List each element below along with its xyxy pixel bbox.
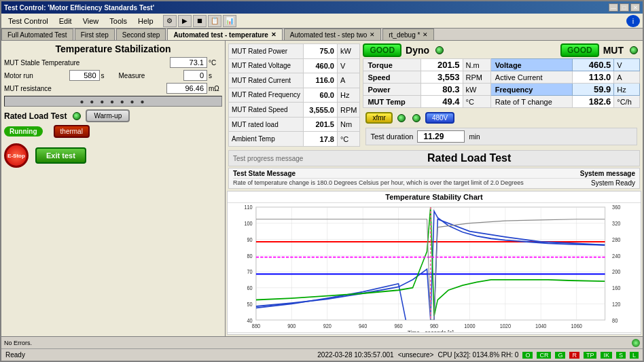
state-content: Rate of temperature change is 180.0 Degr… (233, 179, 635, 187)
param-row-4: MUT Rated Speed 3,555.0 RPM (229, 103, 360, 117)
params-area: MUT Rated Power 75.0 kW MUT Rated Voltag… (226, 41, 643, 149)
resistance-row: MUT resistance mΩ (4, 83, 222, 94)
param-row-1: MUT Rated Voltage 460.0 V (229, 58, 360, 73)
dyno-mut-area: GOOD Dyno GOOD MUT Torque 201.5 (363, 43, 640, 147)
param-row-0: MUT Rated Power 75.0 kW (229, 44, 360, 59)
motor-run-input[interactable] (69, 70, 100, 81)
stable-temp-input[interactable] (170, 57, 207, 68)
svg-text:880: 880 (252, 323, 261, 330)
menu-tools[interactable]: Tools (105, 16, 131, 26)
tab-rt-debug[interactable]: rt_debug * ✕ (382, 29, 434, 40)
menu-help[interactable]: Help (134, 16, 158, 26)
svg-text:320: 320 (612, 221, 621, 228)
exit-button[interactable]: Exit test (35, 147, 86, 164)
v480-button[interactable]: 480V (425, 112, 454, 124)
progress-label: Test progress message (233, 155, 303, 162)
menu-view[interactable]: View (79, 16, 103, 26)
tab-full-automated[interactable]: Full Automated Test (1, 29, 73, 40)
legend-upper-boundary: Upper temp boundary (273, 334, 348, 335)
title-bar: Test Control: 'Motor Efficiency Standard… (1, 1, 643, 14)
progress-dots: ● ● ● ● ● ● ● (80, 98, 147, 105)
menu-edit[interactable]: Edit (55, 16, 76, 26)
legend-rate-change: Rate of temperature change (433, 334, 525, 335)
motor-run-row: Motor run s Measure s (4, 70, 222, 81)
state-header: Test State Message System message (233, 170, 635, 179)
legend-lower-boundary: Lower temp boundary (353, 334, 428, 335)
no-errors-bar: No Errors. (1, 336, 643, 348)
svg-text:240: 240 (612, 253, 621, 259)
system-text: System Ready (591, 179, 635, 187)
rated-load-label: Rated Load Test (4, 111, 67, 121)
speed-row: Speed 3,553 RPM Active Current 113.0 A (363, 71, 640, 84)
running-row: Running thermal (4, 125, 222, 138)
toolbar-icon-3[interactable]: ⏹ (193, 15, 207, 27)
tab-close-icon[interactable]: ✕ (271, 31, 276, 38)
status-cr: CR (537, 352, 551, 359)
svg-text:900: 900 (287, 323, 296, 330)
minimize-button[interactable]: — (609, 3, 618, 12)
estop-button[interactable]: E-Stop (4, 143, 29, 168)
svg-text:940: 940 (359, 323, 368, 330)
status-g: G (555, 352, 565, 359)
close-button[interactable]: ✕ (630, 3, 640, 12)
resistance-unit: mΩ (209, 85, 222, 92)
menu-test-control[interactable]: Test Control (4, 16, 52, 26)
progress-bar: ● ● ● ● ● ● ● (4, 96, 222, 107)
measurements-table: Torque 201.5 N.m Voltage 460.5 V Speed 3… (363, 58, 640, 108)
measure-input[interactable] (183, 70, 207, 81)
mut-temp-row: MUT Temp 49.4 °C Rate of T change 182.6 … (363, 96, 640, 108)
good-badge-dyno: GOOD (363, 43, 401, 57)
svg-text:90: 90 (247, 237, 253, 244)
right-panel: MUT Rated Power 75.0 kW MUT Rated Voltag… (226, 41, 643, 336)
state-text: Rate of temperature change is 180.0 Degr… (233, 179, 584, 187)
param-row-6: Ambient Temp 17.8 °C (229, 132, 360, 147)
chart-svg: 110 100 90 80 70 60 50 40 880 900 920 94… (228, 203, 641, 332)
duration-input[interactable] (417, 130, 465, 143)
toolbar-icon-4[interactable]: 📋 (208, 15, 221, 27)
tab-close-icon-3[interactable]: ✕ (423, 31, 428, 38)
status-bar: Ready 2022-03-28 10:35:57.001 <unsecure>… (1, 348, 643, 361)
resistance-label: MUT resistance (4, 85, 166, 92)
chart-area: Temperature Stability Chart (227, 191, 641, 335)
info-icon[interactable]: i (626, 15, 640, 27)
tab-automated-step-two[interactable]: Automated test - step two ✕ (284, 29, 381, 40)
window-title: Test Control: 'Motor Efficiency Standard… (4, 4, 609, 12)
svg-text:120: 120 (612, 302, 621, 308)
main-area: Temperature Stabilization MUT Stable Tem… (1, 41, 643, 336)
section-title: Temperature Stabilization (4, 43, 222, 54)
message-area: Test progress message Rated Load Test (228, 150, 640, 166)
chart-container: 110 100 90 80 70 60 50 40 880 900 920 94… (228, 203, 641, 332)
warmup-button[interactable]: Warm-up (86, 109, 130, 122)
stable-temp-row: MUT Stable Temperature °C (4, 57, 222, 68)
tab-first-step[interactable]: First step (75, 29, 115, 40)
stable-temp-unit: °C (209, 59, 222, 67)
xfmr-button[interactable]: xfmr (365, 112, 392, 124)
svg-text:80: 80 (612, 317, 618, 324)
xfmr-row: xfmr 480V (363, 111, 640, 125)
toolbar-icon-2[interactable]: ▶ (178, 15, 192, 27)
svg-text:60: 60 (247, 285, 253, 292)
param-row-3: MUT Rated Frequency 60.0 Hz (229, 88, 360, 103)
duration-row: Test duration min (365, 128, 637, 145)
tab-second-step[interactable]: Second step (116, 29, 166, 40)
measure-unit: s (209, 72, 222, 79)
tab-automated-temperature[interactable]: Automated test - temperature ✕ (167, 29, 282, 40)
toolbar-icon-5[interactable]: 📊 (223, 15, 236, 27)
legend-label-rate: Rate of temperature change (449, 334, 525, 335)
status-ik: IK (601, 352, 612, 359)
toolbar-icon-1[interactable]: ⚙ (163, 15, 177, 27)
left-panel: Temperature Stabilization MUT Stable Tem… (1, 41, 226, 336)
unsecure-text: <unsecure> (398, 351, 434, 359)
maximize-button[interactable]: □ (620, 3, 629, 12)
status-s: S (616, 352, 626, 359)
thermal-button[interactable]: thermal (54, 125, 90, 138)
ready-text: Ready (5, 351, 25, 359)
tab-close-icon-2[interactable]: ✕ (370, 31, 375, 38)
resistance-input[interactable] (166, 83, 207, 94)
status-r: R (569, 352, 579, 359)
svg-text:920: 920 (323, 323, 332, 330)
svg-text:1020: 1020 (500, 323, 512, 330)
chart-legend: Upper temp boundary Lower temp boundary … (228, 332, 641, 335)
svg-text:1000: 1000 (464, 323, 476, 330)
xfmr-led-1 (397, 114, 406, 122)
